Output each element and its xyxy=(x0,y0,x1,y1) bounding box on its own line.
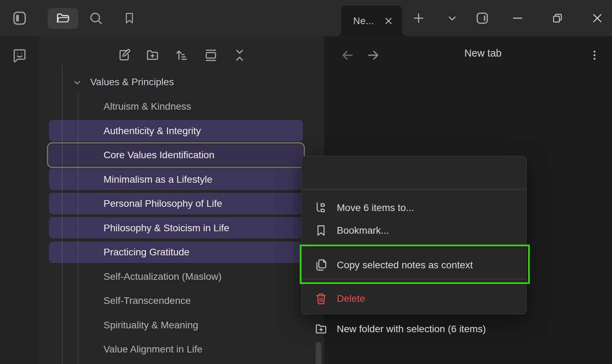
tree-item[interactable]: Personal Philosophy of Life xyxy=(104,197,222,210)
right-panel-toggle-button[interactable] xyxy=(474,9,491,27)
search-icon xyxy=(88,11,103,26)
files-panel-button[interactable] xyxy=(48,8,78,29)
sidebar-toggle-button[interactable] xyxy=(10,9,29,27)
close-icon xyxy=(591,12,604,25)
tree-item[interactable]: Minimalism as a Lifestyle xyxy=(104,173,212,186)
tab-new-tab[interactable]: Ne... xyxy=(341,6,402,36)
tree-folder-label[interactable]: Values & Principles xyxy=(90,76,174,88)
tab-flare-right xyxy=(402,31,407,36)
scrollbar-thumb[interactable] xyxy=(316,342,321,364)
sidebar-toggle-icon xyxy=(11,10,28,27)
tree-item[interactable]: Self-Actualization (Maslow) xyxy=(104,270,222,283)
restore-button[interactable] xyxy=(549,9,566,27)
indent-guide xyxy=(62,65,63,364)
move-to-folder-icon xyxy=(314,201,328,214)
app-window: Ne... xyxy=(0,0,612,364)
new-folder-button[interactable] xyxy=(144,47,161,64)
file-tree-panel: Values & Principles Altruism & Kindness … xyxy=(40,36,323,364)
menu-item-label: Bookmark... xyxy=(337,225,389,236)
folder-icon xyxy=(55,11,71,26)
menu-item-label: Move 6 items to... xyxy=(337,202,414,213)
collapse-all-icon xyxy=(233,48,247,62)
tree-item[interactable]: Altruism & Kindness xyxy=(104,100,191,113)
menu-separator xyxy=(302,279,526,279)
back-arrow-icon xyxy=(340,48,355,63)
menu-separator xyxy=(302,189,526,190)
chat-smile-icon xyxy=(12,48,28,64)
tree-item[interactable]: Philosophy & Stoicism in Life xyxy=(104,222,229,234)
bookmarks-button[interactable] xyxy=(120,9,138,27)
bookmark-icon xyxy=(314,224,328,237)
menu-item-bookmark[interactable]: Bookmark... xyxy=(302,221,526,240)
tree-item[interactable]: Spirituality & Meaning xyxy=(104,319,198,332)
chat-button[interactable] xyxy=(10,46,29,66)
minimize-button[interactable] xyxy=(509,9,526,27)
new-folder-icon xyxy=(145,48,159,62)
collapse-all-button[interactable] xyxy=(231,47,248,64)
page-title: New tab xyxy=(448,48,518,59)
expand-all-icon xyxy=(204,48,218,62)
forward-arrow-icon xyxy=(365,48,381,63)
new-note-icon xyxy=(117,48,131,62)
menu-item-label: New folder with selection (6 items) xyxy=(337,323,486,335)
minimize-icon xyxy=(511,11,525,25)
restore-icon xyxy=(551,12,564,25)
menu-item-label: Copy selected notes as context xyxy=(337,260,473,271)
panel-right-toggle-icon xyxy=(474,10,490,26)
new-tab-button[interactable] xyxy=(410,9,427,27)
new-note-button[interactable] xyxy=(116,47,133,64)
title-bar: Ne... xyxy=(0,0,612,36)
copy-icon xyxy=(314,259,328,272)
menu-item-move-items[interactable]: Move 6 items to... xyxy=(302,198,526,218)
tree-item[interactable]: Practicing Gratitude xyxy=(104,246,190,259)
tab-list-chevron-icon xyxy=(445,11,459,25)
menu-item-delete[interactable]: Delete xyxy=(302,289,526,308)
more-options-button[interactable] xyxy=(585,46,604,64)
folder-plus-icon xyxy=(314,322,328,336)
tab-close-icon[interactable] xyxy=(383,16,394,26)
menu-item-new-folder-with-selection[interactable]: New folder with selection (6 items) xyxy=(302,319,526,339)
kebab-menu-icon xyxy=(588,49,601,62)
bookmark-icon xyxy=(123,12,136,25)
new-tab-plus-icon xyxy=(411,11,426,26)
sort-ascending-icon xyxy=(175,48,189,62)
tab-label: Ne... xyxy=(353,16,374,27)
tree-item[interactable]: Self-Transcendence xyxy=(104,294,191,307)
tab-flare-left xyxy=(336,31,341,36)
menu-item-label: Delete xyxy=(337,293,365,304)
forward-button[interactable] xyxy=(364,46,382,64)
trash-icon xyxy=(314,292,328,305)
tree-expand-chevron-icon[interactable] xyxy=(72,78,82,87)
left-rail xyxy=(0,36,40,364)
sort-button[interactable] xyxy=(173,47,190,64)
menu-item-copy-selected-notes[interactable]: Copy selected notes as context xyxy=(302,255,526,275)
search-button[interactable] xyxy=(87,9,105,27)
tab-list-button[interactable] xyxy=(443,9,461,27)
indent-guide xyxy=(78,94,78,364)
context-menu: New folder with selection (6 items) Move… xyxy=(301,156,527,314)
tree-item[interactable]: Core Values Identification xyxy=(104,149,214,161)
tree-item[interactable]: Value Alignment in Life xyxy=(104,343,202,356)
window-close-button[interactable] xyxy=(589,9,606,27)
back-button[interactable] xyxy=(339,46,357,64)
tree-item[interactable]: Authenticity & Integrity xyxy=(104,125,201,137)
expand-all-button[interactable] xyxy=(202,47,219,64)
